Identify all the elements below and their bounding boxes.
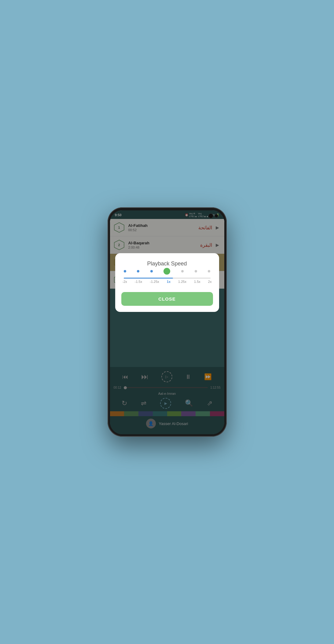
speed-label-6: 1.5x bbox=[194, 280, 200, 283]
slider-labels: -2x -1.5x -1.25x 1x 1.25x 1.5x 2x bbox=[123, 280, 212, 283]
speed-label-5: 1.25x bbox=[178, 280, 186, 283]
close-button[interactable]: CLOSE bbox=[121, 292, 213, 306]
speed-label-1: -2x bbox=[123, 280, 127, 283]
speed-dot-2 bbox=[137, 270, 139, 272]
phone-screen: 9:50 ⏰ Vo) RLTE1▲ Vo)LTE2▲▲ 67% 🔋 1 bbox=[110, 210, 224, 434]
speed-dot-7 bbox=[208, 270, 210, 272]
front-camera bbox=[208, 213, 213, 218]
speed-dot-active bbox=[163, 268, 170, 275]
speed-dot-3 bbox=[150, 270, 153, 272]
phone-frame: 9:50 ⏰ Vo) RLTE1▲ Vo)LTE2▲▲ 67% 🔋 1 bbox=[108, 207, 227, 437]
speed-label-7: 2x bbox=[208, 280, 212, 283]
speed-dot-6 bbox=[195, 270, 197, 272]
dialog-title: Playback Speed bbox=[121, 261, 213, 267]
speed-dot-1 bbox=[124, 270, 126, 272]
sensor bbox=[215, 214, 218, 218]
slider-dots bbox=[124, 270, 211, 275]
speed-label-2: -1.5x bbox=[135, 280, 142, 283]
speed-slider-container: -2x -1.5x -1.25x 1x 1.25x 1.5x 2x bbox=[121, 273, 213, 283]
modal-overlay: Playback Speed bbox=[110, 210, 224, 434]
slider-track[interactable] bbox=[124, 278, 211, 279]
speed-label-3: -1.25x bbox=[150, 280, 159, 283]
camera-area bbox=[208, 213, 218, 218]
speed-dot-5 bbox=[181, 270, 184, 272]
slider-fill bbox=[124, 278, 173, 279]
playback-speed-dialog: Playback Speed bbox=[115, 253, 219, 312]
speed-label-4-active: 1x bbox=[167, 280, 171, 283]
